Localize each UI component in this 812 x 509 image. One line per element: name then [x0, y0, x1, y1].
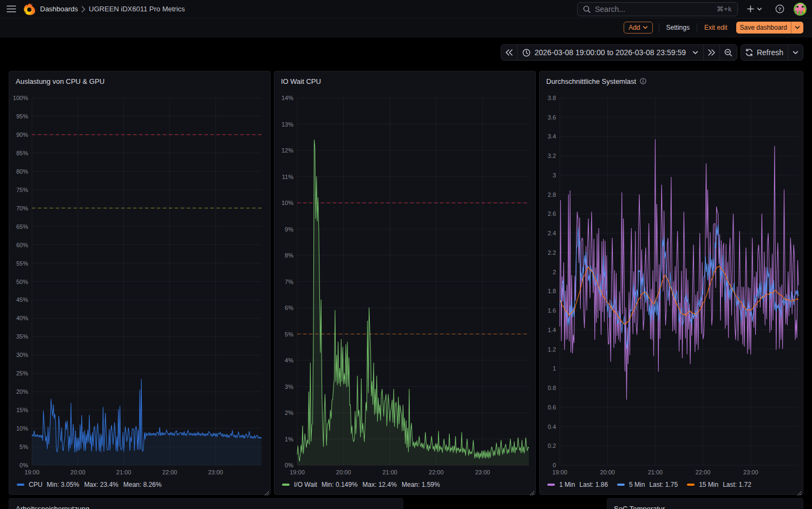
- legend-stats: Last: 1.86: [579, 481, 608, 488]
- legend-swatch[interactable]: [17, 484, 24, 486]
- y-tick-label: 1.4: [548, 327, 556, 333]
- x-tick-label: 20:00: [600, 469, 615, 475]
- legend-stat: Mean: 8.26%: [123, 481, 162, 488]
- series-fill: [32, 379, 261, 465]
- add-button[interactable]: Add: [624, 22, 652, 34]
- save-dashboard-caret-button[interactable]: [791, 22, 803, 34]
- time-forward-button[interactable]: [703, 45, 719, 60]
- y-tick-label: 0%: [19, 462, 28, 468]
- legend-series-label[interactable]: 15 Min: [699, 481, 718, 488]
- y-tick-label: 3.4: [548, 133, 556, 140]
- save-dashboard-label: Save dashboard: [740, 24, 787, 31]
- panel-title[interactable]: Durchschnittliche Systemlast: [546, 77, 636, 85]
- y-tick-label: 10%: [281, 200, 293, 206]
- time-range-picker[interactable]: 2026-03-08 19:00:00 to 2026-03-08 23:59:…: [517, 45, 703, 60]
- breadcrumb-dashboards[interactable]: Dashboards: [40, 5, 78, 13]
- refresh-interval-button[interactable]: [788, 45, 803, 60]
- avatar[interactable]: [794, 3, 807, 16]
- legend-swatch[interactable]: [617, 484, 625, 486]
- panel-title[interactable]: Auslastung von CPU & GPU: [16, 77, 104, 85]
- panel-title[interactable]: Arbeitsspeichernutzung: [16, 505, 89, 509]
- menu-icon[interactable]: [4, 2, 18, 17]
- legend-swatch[interactable]: [547, 484, 555, 486]
- system-load-chart[interactable]: 00.20.40.60.811.21.41.61.822.22.42.62.83…: [540, 71, 803, 494]
- add-new-button[interactable]: [744, 4, 764, 14]
- zoom-out-button[interactable]: [719, 45, 737, 60]
- y-tick-label: 8%: [285, 252, 293, 259]
- y-tick-label: 2.8: [548, 191, 556, 198]
- chart-svg: 0%5%10%15%20%25%30%35%40%45%50%55%60%65%…: [9, 71, 270, 494]
- panel-resize-handle[interactable]: [529, 488, 534, 493]
- refresh-button[interactable]: Refresh: [741, 45, 788, 60]
- y-tick-label: 60%: [16, 242, 28, 248]
- x-tick-label: 22:00: [429, 469, 444, 475]
- legend-series-label[interactable]: 1 Min: [559, 481, 575, 488]
- y-tick-label: 4%: [285, 357, 293, 363]
- y-tick-label: 1: [553, 365, 556, 372]
- chevron-down-icon: [643, 25, 648, 30]
- y-tick-label: 10%: [16, 425, 28, 432]
- panel-resize-handle[interactable]: [796, 488, 802, 493]
- y-tick-label: 2: [553, 269, 556, 275]
- legend-item: CPUMin: 3.05%Max: 23.4%Mean: 8.26%: [17, 481, 161, 488]
- y-tick-label: 75%: [16, 187, 28, 193]
- cpu-gpu-chart[interactable]: 0%5%10%15%20%25%30%35%40%45%50%55%60%65%…: [9, 71, 270, 494]
- legend-series-label[interactable]: 5 Min: [629, 481, 645, 488]
- legend-stats: Min: 3.05%Max: 23.4%Mean: 8.26%: [47, 481, 161, 488]
- save-dashboard-button[interactable]: Save dashboard: [736, 22, 791, 34]
- y-tick-label: 5%: [19, 444, 28, 450]
- y-tick-label: 90%: [16, 131, 28, 138]
- legend-item: 15 MinLast: 1.72: [687, 481, 751, 488]
- legend-swatch[interactable]: [687, 484, 695, 486]
- x-tick-label: 21:00: [382, 469, 397, 475]
- y-tick-label: 30%: [16, 352, 28, 358]
- y-tick-label: 70%: [16, 205, 28, 211]
- legend-stat: Min: 0.149%: [322, 481, 358, 488]
- toolbar-divider: [659, 23, 659, 32]
- search-placeholder: Search...: [595, 5, 716, 14]
- legend-stats: Last: 1.75: [649, 481, 678, 488]
- exit-edit-button[interactable]: Exit edit: [703, 22, 729, 34]
- legend-series-label[interactable]: I/O Wait: [294, 481, 317, 488]
- y-tick-label: 40%: [16, 315, 28, 321]
- legend-series-label[interactable]: CPU: [29, 481, 42, 488]
- clock-icon: [522, 49, 531, 57]
- y-tick-label: 20%: [16, 388, 28, 395]
- y-tick-label: 1.2: [548, 346, 556, 353]
- x-tick-label: 23:00: [475, 469, 490, 475]
- legend-swatch[interactable]: [282, 484, 290, 486]
- help-icon[interactable]: ?: [775, 4, 784, 14]
- y-tick-label: 7%: [285, 279, 293, 285]
- settings-button-label: Settings: [666, 24, 690, 31]
- settings-button[interactable]: Settings: [665, 22, 691, 34]
- io-wait-legend: I/O WaitMin: 0.149%Max: 12.4%Mean: 1.59%: [282, 481, 530, 488]
- chevrons-right-icon: [708, 49, 715, 56]
- panel-title[interactable]: IO Wait CPU: [281, 77, 321, 85]
- grafana-logo-icon[interactable]: [23, 2, 36, 16]
- chart-svg: 00.20.40.60.811.21.41.61.822.22.42.62.83…: [540, 71, 803, 494]
- search-icon: [583, 5, 591, 13]
- y-tick-label: 65%: [16, 223, 28, 230]
- x-tick-label: 22:00: [696, 469, 711, 475]
- edit-toolbar: Add Settings Exit edit Save dashboard: [0, 18, 812, 37]
- top-nav: Dashboards UGREEN iDX6011 Pro Metrics Se…: [0, 0, 812, 18]
- y-tick-label: 50%: [16, 279, 28, 285]
- panel-title[interactable]: SoC Temperatur: [614, 505, 665, 509]
- cpu-gpu-legend: CPUMin: 3.05%Max: 23.4%Mean: 8.26%: [17, 481, 265, 488]
- io-wait-chart[interactable]: 0%1%2%3%4%5%6%7%8%9%10%11%12%13%14%19:00…: [274, 71, 535, 494]
- toolbar-divider: [697, 23, 697, 32]
- y-tick-label: 1%: [285, 436, 293, 442]
- panel-io-wait: 0%1%2%3%4%5%6%7%8%9%10%11%12%13%14%19:00…: [274, 71, 536, 495]
- refresh-icon: [745, 49, 753, 56]
- info-icon[interactable]: [640, 78, 646, 84]
- zoom-out-icon: [724, 49, 732, 57]
- breadcrumb-current[interactable]: UGREEN iDX6011 Pro Metrics: [89, 5, 185, 13]
- y-tick-label: 11%: [282, 174, 293, 180]
- search-input[interactable]: Search... ⌘+k: [577, 2, 738, 16]
- series-line: [560, 140, 798, 400]
- y-tick-label: 3: [553, 172, 556, 179]
- time-back-button[interactable]: [501, 45, 517, 60]
- y-tick-label: 12%: [281, 147, 293, 154]
- panel-resize-handle[interactable]: [264, 488, 269, 493]
- y-tick-label: 0.6: [548, 404, 556, 411]
